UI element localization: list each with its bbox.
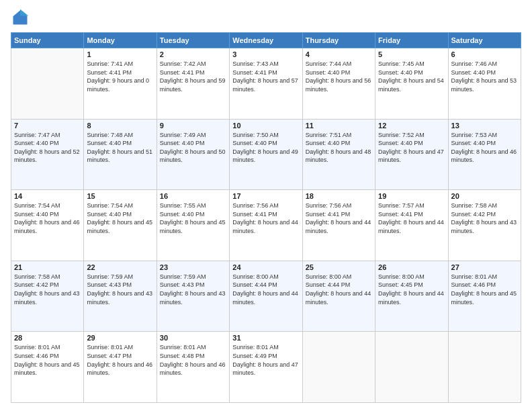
day-number: 2 — [160, 50, 226, 58]
calendar-week-row: 7Sunrise: 7:47 AMSunset: 4:40 PMDaylight… — [11, 119, 521, 190]
calendar-day-cell — [448, 332, 521, 403]
calendar-day-cell: 28Sunrise: 8:01 AMSunset: 4:46 PMDayligh… — [11, 332, 84, 403]
day-number: 5 — [378, 50, 445, 58]
day-info: Sunrise: 7:43 AMSunset: 4:41 PMDaylight:… — [232, 60, 299, 93]
calendar-day-cell: 9Sunrise: 7:49 AMSunset: 4:40 PMDaylight… — [157, 119, 229, 190]
calendar-day-cell: 1Sunrise: 7:41 AMSunset: 4:41 PMDaylight… — [84, 48, 157, 120]
day-info: Sunrise: 7:58 AMSunset: 4:42 PMDaylight:… — [14, 273, 81, 306]
day-number: 30 — [160, 334, 226, 342]
day-number: 24 — [232, 263, 299, 271]
calendar-day-cell: 16Sunrise: 7:55 AMSunset: 4:40 PMDayligh… — [157, 190, 229, 261]
day-number: 15 — [87, 192, 153, 200]
calendar-day-cell: 13Sunrise: 7:53 AMSunset: 4:40 PMDayligh… — [448, 119, 521, 190]
calendar-week-row: 14Sunrise: 7:54 AMSunset: 4:40 PMDayligh… — [11, 190, 521, 261]
calendar-day-cell: 27Sunrise: 8:01 AMSunset: 4:46 PMDayligh… — [448, 261, 521, 332]
calendar-day-cell: 20Sunrise: 7:58 AMSunset: 4:42 PMDayligh… — [448, 190, 521, 261]
day-number: 20 — [451, 192, 518, 200]
calendar-day-cell: 18Sunrise: 7:56 AMSunset: 4:41 PMDayligh… — [302, 190, 375, 261]
day-info: Sunrise: 7:44 AMSunset: 4:40 PMDaylight:… — [306, 60, 372, 93]
day-info: Sunrise: 7:52 AMSunset: 4:40 PMDaylight:… — [378, 131, 445, 165]
svg-marker-1 — [20, 9, 28, 16]
calendar-day-cell: 11Sunrise: 7:51 AMSunset: 4:40 PMDayligh… — [302, 119, 375, 190]
calendar-day-header: Saturday — [448, 33, 521, 48]
calendar-day-cell: 29Sunrise: 8:01 AMSunset: 4:47 PMDayligh… — [84, 332, 157, 403]
calendar-day-cell: 23Sunrise: 7:59 AMSunset: 4:43 PMDayligh… — [157, 261, 229, 332]
calendar-day-cell: 6Sunrise: 7:46 AMSunset: 4:40 PMDaylight… — [448, 48, 521, 120]
day-number: 22 — [87, 263, 153, 271]
calendar-day-cell — [11, 48, 84, 120]
calendar-week-row: 21Sunrise: 7:58 AMSunset: 4:42 PMDayligh… — [11, 261, 521, 332]
calendar-day-cell: 21Sunrise: 7:58 AMSunset: 4:42 PMDayligh… — [11, 261, 84, 332]
day-info: Sunrise: 8:01 AMSunset: 4:49 PMDaylight:… — [232, 343, 299, 377]
calendar-day-cell: 14Sunrise: 7:54 AMSunset: 4:40 PMDayligh… — [11, 190, 84, 261]
day-number: 25 — [306, 263, 372, 271]
day-number: 14 — [14, 192, 81, 200]
calendar-day-cell: 19Sunrise: 7:57 AMSunset: 4:41 PMDayligh… — [375, 190, 448, 261]
day-info: Sunrise: 7:51 AMSunset: 4:40 PMDaylight:… — [306, 131, 372, 165]
calendar-day-cell — [302, 332, 375, 403]
day-info: Sunrise: 7:54 AMSunset: 4:40 PMDaylight:… — [87, 201, 153, 235]
day-info: Sunrise: 7:48 AMSunset: 4:40 PMDaylight:… — [87, 131, 153, 165]
calendar-day-cell: 30Sunrise: 8:01 AMSunset: 4:48 PMDayligh… — [157, 332, 229, 403]
day-info: Sunrise: 8:00 AMSunset: 4:45 PMDaylight:… — [378, 273, 445, 306]
day-number: 6 — [451, 50, 518, 58]
day-info: Sunrise: 8:01 AMSunset: 4:46 PMDaylight:… — [14, 343, 81, 377]
calendar-day-cell: 4Sunrise: 7:44 AMSunset: 4:40 PMDaylight… — [302, 48, 375, 120]
calendar-day-header: Thursday — [302, 33, 375, 48]
calendar-week-row: 28Sunrise: 8:01 AMSunset: 4:46 PMDayligh… — [11, 332, 521, 403]
day-number: 13 — [451, 122, 518, 130]
calendar-day-cell: 3Sunrise: 7:43 AMSunset: 4:41 PMDaylight… — [230, 48, 302, 120]
day-info: Sunrise: 8:01 AMSunset: 4:47 PMDaylight:… — [87, 343, 153, 377]
calendar-day-cell: 26Sunrise: 8:00 AMSunset: 4:45 PMDayligh… — [375, 261, 448, 332]
header — [11, 8, 521, 27]
day-number: 27 — [451, 263, 518, 271]
day-number: 7 — [14, 122, 81, 130]
logo — [11, 8, 32, 27]
day-info: Sunrise: 7:56 AMSunset: 4:41 PMDaylight:… — [306, 201, 372, 235]
calendar-day-cell: 2Sunrise: 7:42 AMSunset: 4:41 PMDaylight… — [157, 48, 229, 120]
day-info: Sunrise: 7:56 AMSunset: 4:41 PMDaylight:… — [232, 201, 299, 235]
day-number: 18 — [306, 192, 372, 200]
calendar-day-cell: 17Sunrise: 7:56 AMSunset: 4:41 PMDayligh… — [230, 190, 302, 261]
day-number: 9 — [160, 122, 226, 130]
calendar-day-cell: 31Sunrise: 8:01 AMSunset: 4:49 PMDayligh… — [230, 332, 302, 403]
calendar-day-cell: 15Sunrise: 7:54 AMSunset: 4:40 PMDayligh… — [84, 190, 157, 261]
day-number: 28 — [14, 334, 81, 342]
calendar-day-header: Monday — [84, 33, 157, 48]
day-info: Sunrise: 8:01 AMSunset: 4:46 PMDaylight:… — [451, 273, 518, 306]
day-number: 11 — [306, 122, 372, 130]
calendar-day-cell: 25Sunrise: 8:00 AMSunset: 4:44 PMDayligh… — [302, 261, 375, 332]
calendar-day-cell: 24Sunrise: 8:00 AMSunset: 4:44 PMDayligh… — [230, 261, 302, 332]
page: SundayMondayTuesdayWednesdayThursdayFrid… — [0, 0, 532, 411]
calendar-table: SundayMondayTuesdayWednesdayThursdayFrid… — [11, 32, 521, 403]
calendar-day-header: Friday — [375, 33, 448, 48]
calendar-day-header: Wednesday — [230, 33, 302, 48]
day-info: Sunrise: 7:42 AMSunset: 4:41 PMDaylight:… — [160, 60, 226, 93]
day-number: 31 — [232, 334, 299, 342]
calendar-day-cell — [375, 332, 448, 403]
calendar-day-header: Tuesday — [157, 33, 229, 48]
day-number: 17 — [232, 192, 299, 200]
day-info: Sunrise: 7:50 AMSunset: 4:40 PMDaylight:… — [232, 131, 299, 165]
calendar-day-cell: 12Sunrise: 7:52 AMSunset: 4:40 PMDayligh… — [375, 119, 448, 190]
day-info: Sunrise: 7:54 AMSunset: 4:40 PMDaylight:… — [14, 201, 81, 235]
day-info: Sunrise: 7:59 AMSunset: 4:43 PMDaylight:… — [160, 273, 226, 306]
day-number: 1 — [87, 50, 153, 58]
day-info: Sunrise: 7:53 AMSunset: 4:40 PMDaylight:… — [451, 131, 518, 165]
day-number: 3 — [232, 50, 299, 58]
day-number: 21 — [14, 263, 81, 271]
day-number: 16 — [160, 192, 226, 200]
calendar-day-cell: 8Sunrise: 7:48 AMSunset: 4:40 PMDaylight… — [84, 119, 157, 190]
day-number: 19 — [378, 192, 445, 200]
day-info: Sunrise: 7:41 AMSunset: 4:41 PMDaylight:… — [87, 60, 153, 93]
calendar-day-cell: 5Sunrise: 7:45 AMSunset: 4:40 PMDaylight… — [375, 48, 448, 120]
day-number: 12 — [378, 122, 445, 130]
day-number: 29 — [87, 334, 153, 342]
calendar-day-cell: 10Sunrise: 7:50 AMSunset: 4:40 PMDayligh… — [230, 119, 302, 190]
day-number: 10 — [232, 122, 299, 130]
day-info: Sunrise: 7:47 AMSunset: 4:40 PMDaylight:… — [14, 131, 81, 165]
calendar-week-row: 1Sunrise: 7:41 AMSunset: 4:41 PMDaylight… — [11, 48, 521, 120]
day-info: Sunrise: 8:01 AMSunset: 4:48 PMDaylight:… — [160, 343, 226, 377]
day-info: Sunrise: 7:59 AMSunset: 4:43 PMDaylight:… — [87, 273, 153, 306]
day-info: Sunrise: 7:49 AMSunset: 4:40 PMDaylight:… — [160, 131, 226, 165]
